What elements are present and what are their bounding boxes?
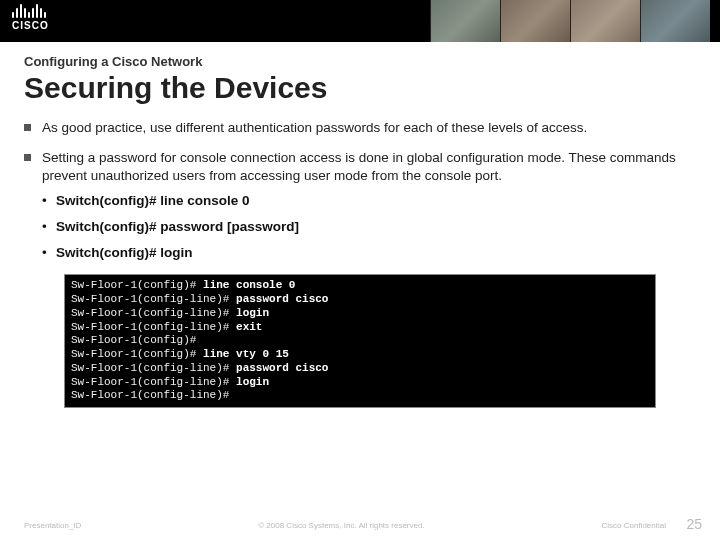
slide-eyebrow: Configuring a Cisco Network [24, 54, 696, 69]
footer: Presentation_ID © 2008 Cisco Systems, In… [0, 521, 720, 530]
bullet-text: As good practice, use different authenti… [42, 120, 587, 135]
slide-title: Securing the Devices [24, 71, 696, 105]
cisco-logo: CISCO [12, 2, 49, 31]
bullet-item: Setting a password for console connectio… [24, 149, 696, 262]
bullet-item: As good practice, use different authenti… [24, 119, 696, 137]
sub-bullet-list: Switch(config)# line console 0 Switch(co… [42, 192, 696, 263]
footer-confidential: Cisco Confidential [602, 521, 666, 530]
logo-text: CISCO [12, 20, 49, 31]
footer-page-number: 25 [686, 516, 702, 532]
sub-bullet-item: Switch(config)# login [42, 244, 696, 262]
footer-copyright: © 2008 Cisco Systems, Inc. All rights re… [81, 521, 601, 530]
logo-bars-icon [12, 2, 49, 18]
sub-bullet-item: Switch(config)# password [password] [42, 218, 696, 236]
sub-bullet-item: Switch(config)# line console 0 [42, 192, 696, 210]
bullet-text: Setting a password for console connectio… [42, 150, 676, 183]
slide-content: Configuring a Cisco Network Securing the… [0, 42, 720, 408]
terminal-output: Sw-Floor-1(config)# line console 0 Sw-Fl… [64, 274, 656, 408]
footer-presentation-id: Presentation_ID [24, 521, 81, 530]
header-bar: CISCO [0, 0, 720, 42]
header-photo-strip [430, 0, 710, 42]
bullet-list: As good practice, use different authenti… [24, 119, 696, 262]
